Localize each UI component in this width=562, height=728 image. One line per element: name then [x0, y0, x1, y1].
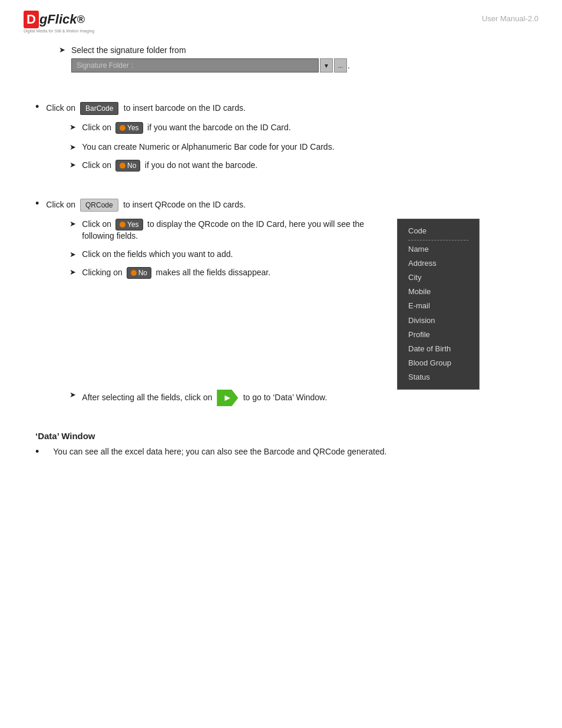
barcode-no-label: No	[127, 162, 136, 170]
qrcode-yes-label: Yes	[127, 220, 139, 229]
qr-field-code[interactable]: Code	[408, 224, 468, 241]
sig-folder-period: .	[348, 61, 350, 70]
barcode-no-item: ➤ Click on No if you do not want the bar…	[70, 160, 527, 172]
logo-container: D gFlick ® Digital Media for Still & Mot…	[24, 11, 94, 33]
barcode-no-btn[interactable]: No	[115, 160, 140, 172]
qrcode-suffix: to insert QRcode on the ID cards.	[123, 200, 246, 209]
qr-field-mobile[interactable]: Mobile	[408, 285, 468, 299]
barcode-bullet-content: Click on BarCode to insert barcode on th…	[46, 102, 527, 180]
sig-folder-input-row: Signature Folder : ▼ ... .	[71, 58, 350, 73]
logo-trademark: ®	[77, 14, 84, 26]
qrcode-fields-text: Click on the fields which you want to ad…	[82, 249, 233, 259]
barcode-bullet: •	[35, 101, 39, 113]
qr-field-status[interactable]: Status	[408, 370, 468, 384]
qr-field-blood[interactable]: Blood Group	[408, 356, 468, 370]
qrcode-no-btn[interactable]: No	[127, 267, 151, 279]
barcode-sub-arrows: ➤ Click on Yes if you want the barcode o…	[46, 122, 527, 172]
arrow-icon: ➤	[70, 268, 76, 276]
barcode-yes-content: Click on Yes if you want the barcode on …	[82, 122, 290, 134]
qrcode-sub-arrows: ➤ Click on Yes to display the QRcode on …	[46, 219, 527, 406]
sig-folder-arrow-item: ➤ Select the signature folder from Signa…	[59, 45, 527, 73]
manual-version: User Manual-2.0	[482, 14, 538, 23]
qrcode-fields-item: ➤ Click on the fields which you want to …	[70, 249, 391, 259]
sig-folder-placeholder: Signature Folder	[77, 61, 129, 70]
qrcode-yes-prefix: Click on	[82, 219, 114, 229]
qrcode-no-item: ➤ Clicking on No makes all the fields di…	[70, 267, 391, 279]
qrcode-no-label: No	[138, 269, 147, 277]
data-window-text: You can see all the excel data here; you…	[53, 447, 386, 456]
barcode-numeric-text: You can create Numeric or Alphanumeric B…	[82, 142, 334, 151]
barcode-suffix: to insert barcode on the ID cards.	[124, 103, 246, 113]
qr-field-profile[interactable]: Profile	[408, 328, 468, 342]
qr-field-city[interactable]: City	[408, 271, 468, 285]
qrcode-yes-left: ➤ Click on Yes to display the QRcode on …	[70, 219, 391, 287]
barcode-yes-suffix: if you want the barcode on the ID Card.	[147, 123, 291, 132]
sig-folder-dropdown-btn[interactable]: ▼	[320, 58, 333, 73]
sig-folder-label: Select the signature folder from	[71, 45, 186, 55]
arrow-icon: ➤	[70, 219, 76, 228]
page-header: D gFlick ® Digital Media for Still & Mot…	[0, 0, 562, 33]
data-window-bullet-row: • You can see all the excel data here; y…	[35, 447, 527, 458]
data-window-bullet-symbol: •	[35, 446, 39, 458]
arrow-icon: ➤	[70, 390, 76, 399]
qr-field-name[interactable]: Name	[408, 242, 468, 256]
arrow-icon: ➤	[59, 45, 65, 54]
barcode-no-prefix: Click on	[82, 160, 114, 170]
barcode-no-content: Click on No if you do not want the barco…	[82, 160, 257, 172]
radio-circle-icon	[120, 125, 125, 131]
signature-folder-section: ➤ Select the signature folder from Signa…	[35, 45, 527, 73]
arrow-icon: ➤	[70, 160, 76, 169]
qrcode-next-prefix: After selecting all the fields, click on	[82, 393, 214, 402]
barcode-yes-btn[interactable]: Yes	[115, 122, 143, 134]
logo-tagline: Digital Media for Still & Motion Imaging	[24, 29, 94, 33]
barcode-yes-label: Yes	[127, 124, 139, 132]
qrcode-no-prefix: Clicking on	[82, 268, 124, 277]
data-window-section: ‘Data’ Window • You can see all the exce…	[35, 431, 527, 458]
barcode-no-suffix: if you do not want the barcode.	[145, 160, 257, 170]
qrcode-no-suffix: makes all the fields dissappear.	[156, 268, 270, 277]
qr-field-division[interactable]: Division	[408, 314, 468, 328]
qrcode-next-suffix: to go to ‘Data’ Window.	[243, 393, 328, 402]
barcode-yes-item: ➤ Click on Yes if you want the barcode o…	[70, 122, 527, 134]
barcode-yes-prefix: Click on	[82, 123, 114, 132]
sig-folder-content: Select the signature folder from Signatu…	[71, 45, 350, 73]
qr-field-email[interactable]: E-mail	[408, 299, 468, 313]
qrcode-yes-item: ➤ Click on Yes to display the QRcode on …	[70, 219, 391, 241]
sig-folder-input[interactable]: Signature Folder :	[71, 58, 319, 73]
sig-folder-separator: :	[131, 61, 133, 70]
qrcode-prefix: Click on	[46, 200, 78, 209]
barcode-numeric-item: ➤ You can create Numeric or Alphanumeric…	[70, 142, 527, 151]
qr-fields-list: Code Name Address City Mobile E-mail Div…	[397, 219, 480, 390]
logo-box: D gFlick ®	[24, 11, 94, 28]
sig-folder-browse-btn[interactable]: ...	[334, 58, 347, 73]
qrcode-next-item: ➤ After selecting all the fields, click …	[70, 390, 527, 406]
qr-field-address[interactable]: Address	[408, 256, 468, 271]
next-arrow-icon: ►	[223, 393, 232, 403]
arrow-icon: ➤	[70, 143, 76, 151]
qrcode-next-content: After selecting all the fields, click on…	[82, 390, 327, 406]
qrcode-bullet: •	[35, 197, 39, 210]
data-window-title: ‘Data’ Window	[35, 431, 527, 441]
qrcode-yes-content: Click on Yes to display the QRcode on th…	[82, 219, 391, 241]
qrcode-fields-panel: Code Name Address City Mobile E-mail Div…	[397, 219, 527, 390]
main-content: ➤ Select the signature folder from Signa…	[0, 33, 562, 482]
qrcode-bullet-section: • Click on QRCode to insert QRcode on th…	[35, 199, 527, 414]
arrow-icon: ➤	[70, 250, 76, 259]
qrcode-yes-row: ➤ Click on Yes to display the QRcode on …	[70, 219, 527, 390]
radio-circle-icon	[120, 163, 125, 169]
logo-gflick-text: gFlick	[39, 12, 77, 27]
qrcode-no-content: Clicking on No makes all the fields diss…	[82, 267, 270, 279]
radio-circle-icon	[120, 222, 125, 228]
logo-d-letter: D	[24, 11, 39, 28]
barcode-bullet-section: • Click on BarCode to insert barcode on …	[35, 102, 527, 180]
qrcode-button[interactable]: QRCode	[80, 199, 118, 212]
arrow-icon: ➤	[70, 123, 76, 131]
radio-circle-icon	[131, 270, 137, 276]
barcode-button[interactable]: BarCode	[80, 102, 118, 115]
next-arrow-button[interactable]: ►	[217, 390, 238, 406]
qr-field-dob[interactable]: Date of Birth	[408, 342, 468, 356]
qrcode-bullet-content: Click on QRCode to insert QRcode on the …	[46, 199, 527, 414]
qrcode-yes-btn[interactable]: Yes	[115, 219, 143, 230]
barcode-prefix: Click on	[46, 103, 78, 113]
